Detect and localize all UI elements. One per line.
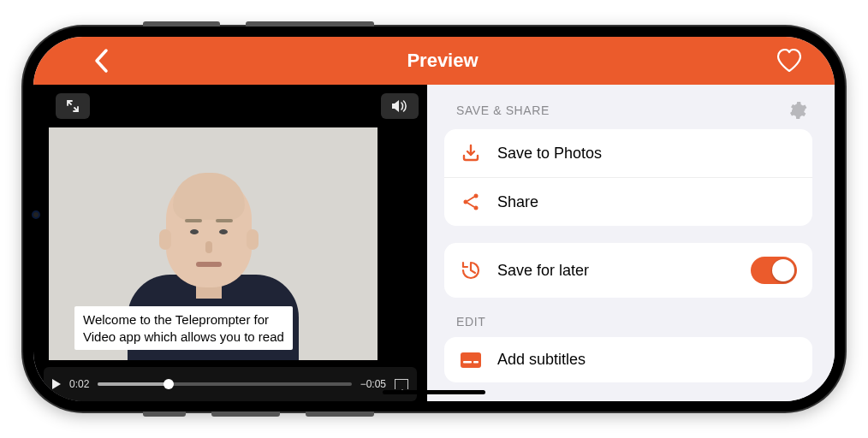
share-row[interactable]: Share [444,177,812,226]
settings-button[interactable] [787,100,807,121]
subtitle-line: Video app which allows you to read [83,328,284,346]
back-button[interactable] [93,48,109,74]
subtitle-overlay: Welcome to the Teleprompter for Video ap… [74,306,293,350]
row-label: Save for later [497,262,735,280]
play-button[interactable] [52,379,61,389]
home-indicator[interactable] [383,390,485,394]
row-label: Save to Photos [497,145,797,163]
save-later-toggle[interactable] [751,257,797,284]
save-later-card: Save for later [444,243,812,298]
speaker-icon [391,99,408,113]
navbar: Preview [33,37,835,85]
save-to-photos-row[interactable]: Save to Photos [444,129,812,177]
video-pane: Welcome to the Teleprompter for Video ap… [33,85,427,401]
share-icon [460,192,482,212]
volume-button[interactable] [381,93,419,119]
side-panel: SAVE & SHARE Save to Photos [427,85,835,401]
video-frame[interactable]: Welcome to the Teleprompter for Video ap… [49,127,378,360]
favorite-button[interactable] [776,49,802,73]
section-header-save-share: SAVE & SHARE [456,104,550,117]
fullscreen-button[interactable] [56,93,90,119]
chevron-left-icon [93,48,109,74]
download-icon [460,143,482,163]
section-header-edit: EDIT [456,315,485,328]
airplay-button[interactable] [395,379,408,389]
nav-title: Preview [407,50,478,72]
subtitles-icon [460,352,482,369]
video-controls: 0:02 −0:05 [44,367,417,401]
save-for-later-row: Save for later [444,243,812,298]
row-label: Share [497,193,797,211]
subtitle-line: Welcome to the Teleprompter for [83,311,284,328]
expand-icon [66,99,80,113]
gear-icon [787,100,807,121]
heart-icon [776,49,802,73]
seek-thumb[interactable] [163,379,174,389]
edit-card: Add subtitles [444,337,812,382]
time-remaining: −0:05 [360,378,386,390]
device-notch [23,155,49,283]
svg-rect-3 [461,352,481,368]
svg-rect-4 [463,361,472,364]
screen: Preview [33,37,835,401]
phone-frame: Preview [23,27,845,411]
save-share-card: Save to Photos Share [444,129,812,226]
seek-track[interactable] [98,382,351,386]
row-label: Add subtitles [497,351,797,369]
clock-icon [460,259,482,281]
svg-rect-5 [473,361,479,364]
time-elapsed: 0:02 [69,378,89,390]
add-subtitles-row[interactable]: Add subtitles [444,337,812,382]
